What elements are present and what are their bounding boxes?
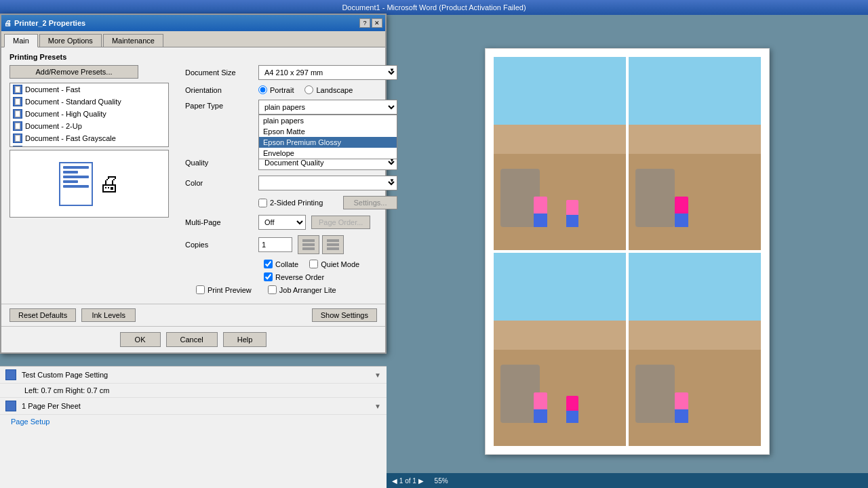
settings-expand-arrow[interactable]: ▼ — [374, 371, 381, 379]
collate-checkbox-label[interactable]: Collate — [264, 260, 298, 268]
cancel-button[interactable]: Cancel — [166, 332, 218, 347]
page-setup-row: Page Setup — [0, 415, 387, 428]
photo-2 — [629, 57, 761, 250]
print-preview-row: Print Preview Job Arranger Lite — [185, 285, 397, 294]
settings-button[interactable]: Settings... — [343, 196, 397, 209]
dialog-tabs: Main More Options Maintenance — [1, 31, 385, 47]
reverse-row: Reverse Order — [185, 272, 397, 281]
settings-panel-icon — [5, 369, 16, 380]
color-select[interactable] — [258, 176, 397, 190]
photo-3 — [494, 253, 626, 446]
preset-icon-fast-gray — [13, 134, 22, 143]
margins-text: Left: 0.7 cm Right: 0.7 cm — [24, 386, 381, 394]
tab-more-options[interactable]: More Options — [39, 34, 102, 47]
copies-row: Copies — [185, 235, 397, 254]
preview-box: 🖨 — [9, 150, 169, 218]
document-size-label: Document Size — [185, 68, 253, 77]
document-size-row: Document Size A4 210 x 297 mm — [185, 65, 397, 80]
close-button[interactable]: ✕ — [372, 18, 382, 28]
orientation-row: Orientation Portrait Landscape — [185, 85, 397, 94]
two-sided-checkbox-label[interactable]: 2-Sided Printing — [258, 199, 323, 207]
dialog-body: Printing Presets Add/Remove Presets... D… — [1, 47, 385, 304]
landscape-radio[interactable] — [304, 85, 313, 94]
quiet-mode-label[interactable]: Quiet Mode — [309, 260, 359, 268]
preset-fast-gray[interactable]: Document - Fast Grayscale — [10, 132, 168, 144]
color-control — [258, 176, 397, 190]
settings-panel-text: Test Custom Page Setting — [22, 371, 369, 379]
photo-1 — [494, 57, 626, 250]
page-order-button[interactable]: Page Order... — [311, 216, 370, 229]
paper-type-select[interactable]: plain papers — [258, 100, 397, 115]
ink-levels-button[interactable]: Ink Levels — [81, 308, 136, 322]
quiet-mode-checkbox[interactable] — [309, 260, 318, 268]
printer-dialog: 🖨 Printer_2 Properties ? ✕ Main More Opt… — [0, 14, 387, 354]
multi-page-label: Multi-Page — [185, 218, 253, 226]
preset-standard[interactable]: Document - Standard Quality — [10, 96, 168, 108]
settings-column: Document Size A4 210 x 297 mm Orientatio… — [177, 65, 397, 298]
pages-per-sheet-arrow[interactable]: ▼ — [374, 403, 381, 410]
portrait-radio[interactable] — [258, 85, 267, 94]
tab-maintenance[interactable]: Maintenance — [103, 34, 163, 47]
word-titlebar: Document1 - Microsoft Word (Product Acti… — [0, 0, 868, 15]
doc-preview-icon — [59, 162, 93, 206]
collate-icon-1 — [298, 235, 319, 254]
document-size-select[interactable]: A4 210 x 297 mm — [258, 65, 397, 80]
portrait-radio-label[interactable]: Portrait — [258, 85, 294, 94]
landscape-radio-label[interactable]: Landscape — [304, 85, 353, 94]
print-preview-label[interactable]: Print Preview — [196, 285, 252, 294]
print-preview-checkbox[interactable] — [196, 285, 205, 294]
tab-main[interactable]: Main — [4, 34, 38, 47]
pages-per-sheet-icon — [5, 401, 16, 411]
copies-input[interactable] — [258, 237, 292, 252]
paper-type-label: Paper Type — [185, 100, 253, 110]
preset-icon-high — [13, 109, 22, 119]
preset-icon-fast — [13, 85, 22, 94]
dropdown-plain-papers[interactable]: plain papers — [259, 115, 397, 126]
bottom-left-buttons: Reset Defaults Ink Levels — [9, 308, 136, 322]
bottom-panel: Test Custom Page Setting ▼ Left: 0.7 cm … — [0, 366, 387, 488]
preset-list: Document - Fast Document - Standard Qual… — [9, 83, 169, 147]
page-indicator: ◀ 1 of 1 ▶ — [392, 477, 424, 485]
dialog-controls[interactable]: ? ✕ — [359, 18, 382, 28]
reverse-order-label[interactable]: Reverse Order — [264, 272, 324, 281]
preset-icon-2up — [13, 121, 22, 131]
collate-icons — [298, 235, 344, 254]
photo-4 — [629, 253, 761, 446]
paper-type-dropdown: plain papers Epson Matte Epson Premium G… — [258, 115, 397, 159]
collate-row: Collate Quiet Mode — [185, 260, 397, 268]
word-page — [485, 48, 770, 455]
preset-2up[interactable]: Document - 2-Up — [10, 120, 168, 132]
reset-defaults-button[interactable]: Reset Defaults — [9, 308, 76, 322]
margins-row: Left: 0.7 cm Right: 0.7 cm — [0, 384, 387, 398]
show-settings-button[interactable]: Show Settings — [312, 308, 377, 322]
multi-page-row: Multi-Page Off 2-Up 4-Up Page Order... — [185, 215, 397, 230]
job-arranger-label[interactable]: Job Arranger Lite — [268, 285, 336, 294]
add-remove-presets-button[interactable]: Add/Remove Presets... — [9, 65, 138, 79]
bottom-buttons-row: Reset Defaults Ink Levels Show Settings — [1, 304, 385, 326]
collate-checkbox[interactable] — [264, 260, 273, 268]
multi-page-select[interactable]: Off 2-Up 4-Up — [258, 215, 306, 230]
word-title: Document1 - Microsoft Word (Product Acti… — [342, 3, 526, 12]
word-document-area — [387, 15, 868, 488]
pages-per-sheet-text: 1 Page Per Sheet — [22, 402, 369, 410]
preview-doc: 🖨 — [59, 162, 120, 206]
quality-label: Quality — [185, 159, 253, 167]
help-button[interactable]: ? — [359, 18, 370, 28]
preset-gray[interactable]: Document - Grayscale — [10, 144, 168, 147]
ok-button[interactable]: OK — [120, 332, 161, 347]
help-dialog-button[interactable]: Help — [223, 332, 267, 347]
document-size-control: A4 210 x 297 mm — [258, 65, 397, 80]
dropdown-epson-matte[interactable]: Epson Matte — [259, 126, 397, 137]
dropdown-epson-premium-glossy[interactable]: Epson Premium Glossy — [259, 137, 397, 148]
job-arranger-checkbox[interactable] — [268, 285, 277, 294]
two-sided-checkbox[interactable] — [258, 199, 267, 207]
preset-fast[interactable]: Document - Fast — [10, 83, 168, 96]
dialog-columns: Add/Remove Presets... Document - Fast Do… — [9, 65, 377, 298]
pages-per-sheet-row: 1 Page Per Sheet ▼ — [0, 398, 387, 415]
color-row: Color — [185, 176, 397, 190]
page-setup-link[interactable]: Page Setup — [5, 415, 56, 428]
color-label: Color — [185, 179, 253, 187]
preset-high[interactable]: Document - High Quality — [10, 108, 168, 120]
reverse-order-checkbox[interactable] — [264, 272, 273, 281]
dropdown-envelope[interactable]: Envelope — [259, 148, 397, 159]
